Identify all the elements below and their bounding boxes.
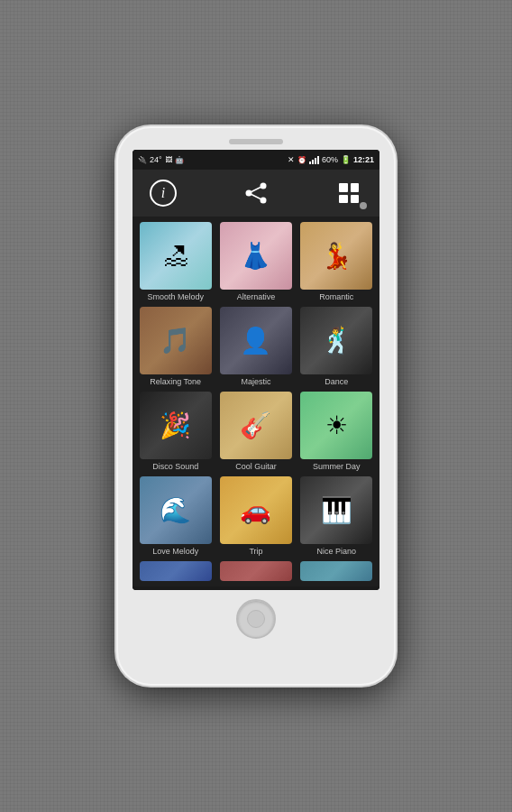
speaker-grille: [229, 139, 283, 144]
music-thumb-cool-guitar: 🎸: [220, 392, 292, 459]
physical-home-button[interactable]: [236, 599, 276, 639]
usb-icon: 🔌: [138, 156, 147, 164]
music-label-alternative: Alternative: [237, 292, 276, 301]
bottom-navigation: [133, 586, 379, 590]
svg-point-2: [261, 198, 267, 204]
music-thumb-summer-day: ☀: [300, 392, 372, 459]
status-left: 🔌 24° 🖼 🤖: [138, 155, 184, 164]
svg-point-0: [261, 183, 267, 189]
info-icon: i: [150, 180, 177, 207]
partial-thumb-partial-1: [140, 561, 212, 581]
back-button[interactable]: [156, 588, 192, 590]
thumb-art-relaxing-tone: 🎵: [140, 307, 212, 374]
thumb-art-dance: 🕺: [300, 307, 372, 374]
music-item-dance[interactable]: 🕺 Dance: [299, 307, 374, 386]
partial-item-partial-2[interactable]: [218, 561, 293, 581]
info-button[interactable]: i: [147, 177, 179, 209]
music-label-love-melody: Love Melody: [152, 547, 198, 556]
music-item-cool-guitar[interactable]: 🎸 Cool Guitar: [218, 392, 293, 471]
music-label-dance: Dance: [325, 377, 348, 386]
grid-icon: [339, 183, 359, 203]
music-label-nice-piano: Nice Piano: [317, 547, 357, 556]
android-icon: 🤖: [175, 156, 184, 164]
thumb-art-alternative: 👗: [220, 222, 292, 290]
music-item-trip[interactable]: 🚗 Trip: [218, 476, 293, 556]
music-thumb-trip: 🚗: [220, 476, 292, 544]
share-button[interactable]: [240, 177, 272, 209]
music-item-relaxing-tone[interactable]: 🎵 Relaxing Tone: [138, 307, 213, 386]
partial-item-partial-1[interactable]: [138, 561, 213, 581]
music-thumb-majestic: 👤: [220, 307, 292, 374]
thumb-art-trip: 🚗: [220, 476, 292, 544]
status-bar: 🔌 24° 🖼 🤖 ✕ ⏰ 60% 🔋 12:21: [133, 150, 379, 170]
music-item-romantic[interactable]: 💃 Romantic: [299, 222, 374, 301]
action-bar: i: [133, 170, 379, 217]
music-label-trip: Trip: [249, 547, 262, 556]
status-right: ✕ ⏰ 60% 🔋 12:21: [288, 155, 374, 164]
svg-line-4: [251, 195, 261, 199]
thumb-art-majestic: 👤: [220, 307, 292, 374]
photo-icon: 🖼: [165, 156, 172, 164]
music-thumb-romantic: 💃: [300, 222, 372, 290]
battery-percent: 60%: [322, 155, 338, 164]
partial-row: [138, 561, 374, 581]
thumb-art-smooth-melody: 🏖: [140, 222, 212, 290]
music-label-relaxing-tone: Relaxing Tone: [150, 377, 201, 386]
partial-item-partial-3[interactable]: [299, 561, 374, 581]
music-thumb-smooth-melody: 🏖: [140, 222, 212, 290]
music-item-summer-day[interactable]: ☀ Summer Day: [299, 392, 374, 471]
music-thumb-dance: 🕺: [300, 307, 372, 374]
music-grid: 🏖 Smooth Melody 👗 Alternative 💃 Romantic…: [138, 222, 374, 556]
svg-point-1: [246, 190, 252, 197]
music-item-alternative[interactable]: 👗 Alternative: [218, 222, 293, 301]
svg-line-3: [251, 188, 261, 192]
music-item-nice-piano[interactable]: 🎹 Nice Piano: [299, 476, 374, 556]
phone-device: 🔌 24° 🖼 🤖 ✕ ⏰ 60% 🔋 12:21: [116, 126, 396, 686]
music-item-majestic[interactable]: 👤 Majestic: [218, 307, 293, 386]
music-label-summer-day: Summer Day: [313, 462, 361, 471]
music-label-majestic: Majestic: [241, 377, 270, 386]
share-icon: [243, 182, 269, 204]
music-content-area[interactable]: 🏖 Smooth Melody 👗 Alternative 💃 Romantic…: [133, 217, 379, 586]
thumb-art-romantic: 💃: [300, 222, 372, 290]
thumb-art-nice-piano: 🎹: [300, 476, 372, 544]
alarm-icon: ⏰: [297, 156, 306, 164]
mute-icon: ✕: [288, 155, 295, 164]
home-button[interactable]: [238, 588, 274, 590]
battery-icon: 🔋: [341, 155, 351, 164]
partial-thumb-partial-2: [220, 561, 292, 581]
music-label-romantic: Romantic: [319, 292, 353, 301]
music-thumb-disco-sound: 🎉: [140, 392, 212, 459]
temp-display: 24°: [150, 155, 162, 164]
music-thumb-nice-piano: 🎹: [300, 476, 372, 544]
music-item-disco-sound[interactable]: 🎉 Disco Sound: [138, 392, 213, 471]
music-label-cool-guitar: Cool Guitar: [235, 462, 277, 471]
thumb-art-love-melody: 🌊: [140, 476, 212, 544]
partial-thumb-partial-3: [300, 561, 372, 581]
slider-indicator: [360, 202, 367, 209]
phone-screen: 🔌 24° 🖼 🤖 ✕ ⏰ 60% 🔋 12:21: [133, 150, 379, 590]
music-thumb-alternative: 👗: [220, 222, 292, 290]
recent-apps-button[interactable]: [320, 588, 356, 590]
music-thumb-love-melody: 🌊: [140, 476, 212, 544]
music-label-disco-sound: Disco Sound: [152, 462, 198, 471]
music-item-smooth-melody[interactable]: 🏖 Smooth Melody: [138, 222, 213, 301]
thumb-art-cool-guitar: 🎸: [220, 392, 292, 459]
time-display: 12:21: [353, 155, 374, 164]
thumb-art-summer-day: ☀: [300, 392, 372, 459]
signal-bars: [309, 155, 319, 164]
music-label-smooth-melody: Smooth Melody: [147, 292, 204, 301]
thumb-art-disco-sound: 🎉: [140, 392, 212, 459]
music-item-love-melody[interactable]: 🌊 Love Melody: [138, 476, 213, 556]
music-thumb-relaxing-tone: 🎵: [140, 307, 212, 374]
